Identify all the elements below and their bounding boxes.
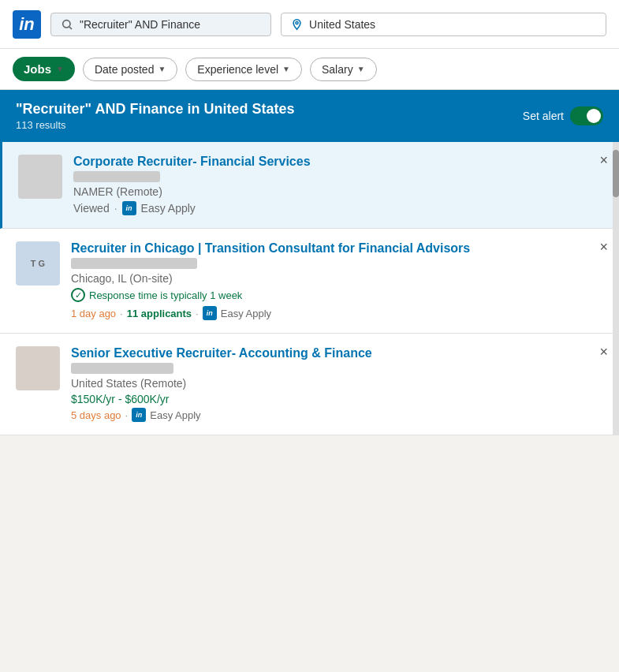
salary-chevron-icon: ▼ bbox=[357, 65, 365, 73]
date-chevron-icon: ▼ bbox=[158, 65, 166, 73]
experience-level-button[interactable]: Experience level ▼ bbox=[185, 58, 302, 81]
location-input[interactable] bbox=[309, 18, 596, 31]
results-title: "Recruiter" AND Finance in United States bbox=[16, 101, 294, 118]
set-alert-label: Set alert bbox=[523, 110, 564, 122]
job-stats-2: 1 day ago · 11 applicants · in Easy Appl… bbox=[71, 306, 603, 320]
job-card-2[interactable]: T G Recruiter in Chicago | Transition Co… bbox=[0, 229, 619, 334]
jobs-chevron-icon: ▼ bbox=[56, 65, 64, 73]
linkedin-logo[interactable]: in bbox=[13, 10, 41, 39]
jobs-filter-label: Jobs bbox=[24, 62, 51, 76]
date-posted-button[interactable]: Date posted ▼ bbox=[83, 58, 177, 81]
linkedin-badge-2: in bbox=[203, 306, 217, 320]
experience-chevron-icon: ▼ bbox=[282, 65, 290, 73]
job-content-2: Recruiter in Chicago | Transition Consul… bbox=[71, 241, 603, 320]
search-input[interactable] bbox=[80, 18, 261, 31]
applicants-2: 11 applicants bbox=[127, 308, 192, 319]
location-bar bbox=[281, 13, 606, 36]
easy-apply-3: Easy Apply bbox=[150, 409, 200, 421]
job-card-3[interactable]: Senior Executive Recruiter- Accounting &… bbox=[0, 334, 619, 435]
job-stats-3: 5 days ago · in Easy Apply bbox=[71, 408, 603, 422]
close-button-1[interactable]: × bbox=[599, 153, 608, 167]
dot-3: · bbox=[125, 409, 129, 421]
job-list: Corporate Recruiter- Financial Services … bbox=[0, 142, 619, 435]
days-ago-3: 5 days ago bbox=[71, 409, 121, 421]
header: in bbox=[0, 0, 619, 49]
job-meta-1: Viewed · in Easy Apply bbox=[73, 201, 603, 215]
company-name-blur-2 bbox=[71, 258, 197, 269]
job-card-1[interactable]: Corporate Recruiter- Financial Services … bbox=[0, 142, 619, 229]
results-count: 113 results bbox=[16, 119, 294, 131]
job-content-3: Senior Executive Recruiter- Accounting &… bbox=[71, 346, 603, 422]
logo2-text: T G bbox=[31, 259, 45, 268]
results-info: "Recruiter" AND Finance in United States… bbox=[16, 101, 294, 131]
scrollbar-thumb[interactable] bbox=[613, 150, 619, 197]
salary-3: $150K/yr - $600K/yr bbox=[71, 393, 603, 405]
filter-bar: Jobs ▼ Date posted ▼ Experience level ▼ … bbox=[0, 49, 619, 90]
linkedin-badge-1: in bbox=[122, 201, 136, 215]
svg-point-2 bbox=[296, 21, 298, 24]
alert-section: Set alert bbox=[523, 106, 603, 125]
dot-1: · bbox=[114, 202, 117, 215]
salary-button[interactable]: Salary ▼ bbox=[310, 58, 377, 81]
job-title-3: Senior Executive Recruiter- Accounting &… bbox=[71, 346, 603, 360]
close-button-2[interactable]: × bbox=[599, 240, 608, 254]
jobs-filter-button[interactable]: Jobs ▼ bbox=[13, 57, 75, 81]
company-name-blur-1 bbox=[73, 171, 160, 182]
alert-toggle[interactable] bbox=[570, 106, 603, 125]
salary-label: Salary bbox=[322, 63, 353, 76]
job-logo-1 bbox=[18, 155, 62, 199]
viewed-label-1: Viewed bbox=[73, 202, 110, 215]
job-location-3: United States (Remote) bbox=[71, 377, 603, 390]
experience-level-label: Experience level bbox=[197, 63, 278, 76]
response-icon-2: ✓ bbox=[71, 288, 85, 302]
job-content-1: Corporate Recruiter- Financial Services … bbox=[73, 155, 603, 215]
close-button-3[interactable]: × bbox=[599, 345, 608, 359]
results-header: "Recruiter" AND Finance in United States… bbox=[0, 90, 619, 142]
svg-line-1 bbox=[69, 27, 72, 29]
easy-apply-1: Easy Apply bbox=[141, 202, 196, 215]
job-location-1: NAMER (Remote) bbox=[73, 185, 603, 198]
search-icon bbox=[61, 18, 73, 31]
response-time-2: ✓ Response time is typically 1 week bbox=[71, 288, 603, 302]
dot-2: · bbox=[120, 308, 123, 319]
dot-2b: · bbox=[196, 308, 199, 319]
job-title-2: Recruiter in Chicago | Transition Consul… bbox=[71, 241, 603, 256]
job-list-scroll-area: Corporate Recruiter- Financial Services … bbox=[0, 142, 619, 435]
job-logo-3 bbox=[16, 346, 60, 390]
date-posted-label: Date posted bbox=[95, 63, 155, 76]
linkedin-badge-3: in bbox=[132, 408, 146, 422]
search-bar bbox=[50, 13, 271, 36]
company-name-blur-3 bbox=[71, 363, 173, 374]
response-time-text-2: Response time is typically 1 week bbox=[89, 289, 242, 301]
job-title-1: Corporate Recruiter- Financial Services bbox=[73, 155, 603, 169]
easy-apply-2: Easy Apply bbox=[221, 308, 271, 319]
location-icon bbox=[291, 18, 303, 31]
job-logo-2: T G bbox=[16, 241, 60, 286]
days-ago-2: 1 day ago bbox=[71, 308, 116, 319]
scrollbar[interactable] bbox=[613, 142, 619, 435]
linkedin-logo-text: in bbox=[19, 16, 35, 33]
svg-point-0 bbox=[63, 20, 70, 27]
job-location-2: Chicago, IL (On-site) bbox=[71, 272, 603, 285]
